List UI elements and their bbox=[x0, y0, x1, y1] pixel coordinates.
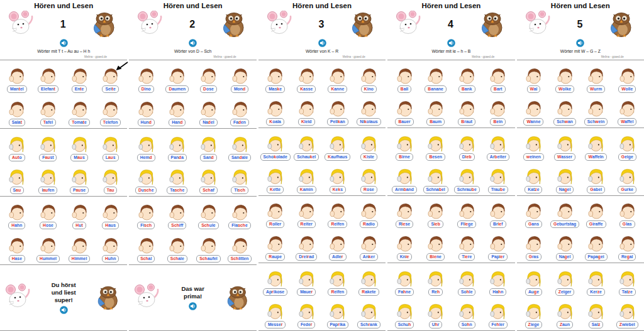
boy-listening-icon bbox=[556, 67, 574, 85]
speaker-icon[interactable] bbox=[60, 39, 68, 47]
word-label: Zeiger bbox=[555, 288, 574, 296]
word-cell: Wolke bbox=[549, 62, 580, 94]
word-cell: Reifen bbox=[322, 264, 353, 297]
word-label: Koala bbox=[266, 118, 284, 126]
title-slide[interactable]: Hören und Lesen3Wörter von K – RMelina -… bbox=[258, 0, 386, 60]
girl-listening-icon bbox=[266, 269, 284, 288]
word-label: Gabel bbox=[587, 186, 605, 193]
word-grid-slide[interactable]: AugeZeigerKerzeTatzeZiegeZaunSalzZwiebel bbox=[517, 263, 644, 331]
boy-listening-icon bbox=[426, 234, 445, 252]
word-grid-slide[interactable]: BallBananeBankBartBauerBaumBrautBein bbox=[387, 60, 514, 128]
word-cell: Mauer bbox=[291, 264, 322, 297]
word-grid-slide[interactable]: DinoDaumenDoseMondHundHandNadelFaden bbox=[129, 60, 256, 129]
boy-listening-icon bbox=[266, 67, 284, 85]
word-label: Elefant bbox=[38, 85, 58, 93]
boy-listening-icon bbox=[70, 100, 89, 118]
boy-listening-icon bbox=[101, 236, 119, 254]
girl-listening-icon bbox=[587, 302, 605, 320]
boy-listening-icon bbox=[328, 234, 347, 252]
word-label: Kerze bbox=[587, 288, 605, 296]
panel-column: Hören und Lesen1Wörter mit T t – Au au –… bbox=[0, 0, 127, 331]
girl-listening-icon bbox=[360, 302, 378, 320]
word-grid-slide[interactable]: weinenWasserWaffelnGeigeKatzeNagelGabelG… bbox=[517, 128, 644, 196]
word-cell: Kaufhaus bbox=[322, 129, 353, 162]
word-label: Hase bbox=[9, 255, 25, 263]
word-cell: Tasche bbox=[162, 163, 193, 195]
word-grid-slide[interactable]: MantelElefantEnteSeiteSalatTafelTomateTe… bbox=[0, 60, 127, 129]
girl-listening-icon bbox=[168, 135, 186, 153]
panel-title: Hören und Lesen bbox=[517, 0, 644, 9]
word-cell: Salz bbox=[580, 297, 612, 330]
girl-listening-icon bbox=[39, 135, 57, 153]
word-label: Geburtstag bbox=[550, 220, 579, 228]
word-grid-slide[interactable]: AutoFaustMausLausSaulaufenPauseTau bbox=[0, 129, 127, 197]
word-cell: Himmel bbox=[64, 231, 95, 263]
speaker-icon[interactable] bbox=[189, 302, 197, 310]
boy-listening-icon bbox=[168, 236, 186, 254]
word-grid-slide[interactable]: HahnHoseHutHausHaseHummelHimmelHuhn bbox=[0, 197, 127, 265]
word-cell: Keks bbox=[322, 162, 353, 195]
boy-listening-icon bbox=[199, 100, 218, 118]
word-grid-slide[interactable]: MaskeKasseKanneKinoKoalaKleidPelikanNiko… bbox=[258, 60, 386, 128]
word-grid-slide[interactable]: RollerReiterReifenRadioRaupeDreiradAdler… bbox=[258, 196, 386, 264]
title-slide[interactable]: Hören und Lesen4Wörter mit ie – h – BMel… bbox=[387, 0, 514, 60]
word-label: Auge bbox=[525, 288, 542, 296]
word-cell: Kasse bbox=[291, 62, 322, 94]
word-label: Ente bbox=[72, 85, 87, 93]
word-label: Mond bbox=[231, 85, 248, 93]
word-grid-slide[interactable]: FahneRehSohleHahnSchuhUhrSohnFehler bbox=[387, 263, 514, 331]
word-grid-slide[interactable]: AprikoseMauerReifenRaketeMesserFederPapr… bbox=[258, 263, 386, 331]
word-cell: Papagei bbox=[580, 229, 612, 262]
title-slide[interactable]: Hören und Lesen2Wörter von D – SchMelina… bbox=[129, 0, 256, 60]
mouse-illustration bbox=[137, 11, 165, 38]
word-grid-slide[interactable]: RieseSiebFliegeBriefKnieBieneTierePapier bbox=[387, 196, 514, 264]
word-cell: Schraube bbox=[451, 162, 482, 195]
word-grid-slide[interactable]: HemdPandaSandSandaleDuscheTascheSchafTis… bbox=[129, 129, 256, 197]
word-cell: Paprika bbox=[322, 297, 353, 330]
speaker-icon[interactable] bbox=[318, 39, 326, 47]
girl-listening-icon bbox=[426, 302, 445, 320]
word-grid-slide[interactable]: FischSchiffSchuleFlascheSchalSchaleSchau… bbox=[129, 197, 256, 265]
word-label: Regal bbox=[618, 253, 636, 261]
word-grid-slide[interactable]: BirneBesenDiebArbeiterArmbandSchnabelSch… bbox=[387, 128, 514, 196]
boy-listening-icon bbox=[266, 234, 284, 252]
word-label: Schaukel bbox=[294, 153, 319, 161]
mouse-illustration bbox=[8, 11, 36, 38]
word-cell: Tiere bbox=[451, 229, 482, 262]
boy-listening-icon bbox=[297, 234, 316, 252]
girl-listening-icon bbox=[199, 135, 218, 153]
word-cell: Wasser bbox=[549, 129, 580, 162]
word-label: Schale bbox=[167, 255, 187, 263]
speaker-icon[interactable] bbox=[189, 39, 197, 47]
girl-listening-icon bbox=[8, 168, 26, 186]
word-label: Dino bbox=[138, 85, 154, 93]
title-slide[interactable]: Hören und Lesen5Wörter mit W – G – ZMeli… bbox=[517, 0, 644, 60]
message-slide[interactable]: Das warprima! bbox=[129, 265, 256, 331]
word-cell: Pelikan bbox=[322, 94, 353, 127]
owl-illustration bbox=[224, 283, 252, 313]
owl-illustration bbox=[219, 11, 248, 38]
title-slide[interactable]: Hören und Lesen1Wörter mit T t – Au au –… bbox=[0, 0, 127, 60]
word-label: Schule bbox=[198, 222, 218, 229]
word-cell: Schale bbox=[162, 231, 193, 263]
word-label: Dieb bbox=[459, 153, 475, 161]
speaker-icon[interactable] bbox=[447, 39, 455, 47]
word-cell: Nadel bbox=[193, 94, 225, 127]
word-cell: Brief bbox=[482, 197, 514, 230]
word-cell: Birne bbox=[389, 129, 420, 162]
girl-listening-icon bbox=[297, 269, 316, 288]
message-slide[interactable]: Du hörstund liestsuper! bbox=[0, 265, 127, 331]
word-label: Schlitten bbox=[228, 255, 252, 263]
word-grid-slide[interactable]: GansGeburtstagGiraffeGlasGrasNagelPapage… bbox=[517, 196, 644, 264]
word-grid-slide[interactable]: SchokoladeSchaukelKaufhausKisteKetteKami… bbox=[258, 128, 386, 196]
panel-title: Hören und Lesen bbox=[258, 0, 386, 9]
speaker-icon[interactable] bbox=[60, 306, 68, 314]
word-label: Kiste bbox=[360, 153, 377, 161]
word-grid-slide[interactable]: WalWolkeWurmWolleWanneSchwanSchweinWaffe… bbox=[517, 60, 644, 128]
word-label: Kanne bbox=[328, 85, 347, 93]
word-label: Keks bbox=[330, 186, 346, 193]
speaker-icon[interactable] bbox=[576, 39, 584, 47]
word-cell: Traube bbox=[482, 162, 514, 195]
word-cell: Seite bbox=[95, 62, 126, 94]
word-label: Sau bbox=[10, 187, 24, 194]
